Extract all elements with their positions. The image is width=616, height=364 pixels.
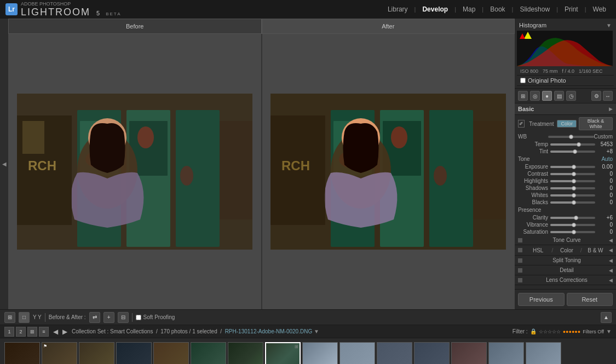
expand-bottom-btn[interactable]: ▲ [601,312,612,323]
filmstrip-item[interactable]: ★★★★★ [526,342,561,365]
left-panel-toggle[interactable]: ◀ [1,161,7,167]
nav-library[interactable]: Library [383,4,412,14]
detail-panel[interactable]: Detail ◀ [515,265,616,275]
shadows-row: Shadows 0 [515,184,616,192]
spot-removal-tool[interactable]: ◎ [530,91,540,101]
basic-section-header[interactable]: Basic ▶ [515,103,616,115]
wb-row: WB Custom [515,132,616,141]
view-btn-1[interactable]: 1 [4,327,14,337]
view-btn-2[interactable]: 2 [16,327,26,337]
exposure-slider[interactable] [550,166,595,168]
filmstrip-item[interactable]: ★★★★★ [488,342,524,365]
soft-proofing-row: Soft Proofing [136,314,175,320]
reset-button[interactable]: Reset [567,293,613,306]
view-btn-grid[interactable]: ⊞ [27,327,37,337]
histogram-section: Histogram ▼ ISO 800 [515,19,616,89]
color-tab[interactable]: Color [553,247,580,253]
shutter-value: 1/160 SEC [579,68,603,74]
bw-tab[interactable]: B & W [582,247,609,253]
tint-slider[interactable] [550,151,595,153]
filmstrip-item[interactable]: ★★★★★ [79,342,114,365]
filmstrip-item[interactable]: ★★★★★ [302,342,338,365]
split-toning-arrow-icon: ◀ [609,258,613,263]
eyedropper-tool[interactable]: ✐ [518,120,525,128]
wb-label: WB [518,134,548,140]
histogram-canvas [517,31,613,66]
after-photo-render: RCH [270,94,506,250]
filmstrip-item[interactable]: ★★★★★ [414,342,450,365]
temp-slider[interactable] [550,143,595,146]
layout-btn[interactable]: ⊟ [118,312,129,323]
previous-button[interactable]: Previous [518,293,565,306]
blacks-value: 0 [597,199,613,205]
vibrance-label: Vibrance [518,222,548,228]
nav-prev-arrow[interactable]: ◀ [53,328,58,336]
temp-row: Temp 5453 [515,141,616,148]
contrast-row: Contrast 0 [515,170,616,177]
filmstrip-item[interactable]: ★★★★★ [377,342,412,365]
red-eye-tool[interactable]: ● [542,91,552,101]
nav-web[interactable]: Web [589,4,611,14]
vibrance-value: 0 [597,222,613,228]
tone-curve-panel[interactable]: Tone Curve ◀ [515,235,616,245]
collection-label: Collection Set : Smart Collections / 170… [72,328,319,334]
split-toning-panel[interactable]: Split Toning ◀ [515,256,616,265]
lens-corrections-panel[interactable]: Lens Corrections ◀ [515,275,616,285]
filmstrip-item-selected[interactable]: ⊞ [265,342,301,365]
whites-slider[interactable] [550,194,595,197]
settings-icon[interactable]: ⚙ [591,91,601,101]
nav-map[interactable]: Map [458,4,480,14]
copy-settings-btn[interactable]: + [103,312,114,323]
loupe-view-btn[interactable]: □ [19,312,30,323]
filmstrip-item[interactable]: ★★★★★ [153,342,189,365]
clarity-slider[interactable] [550,217,595,219]
filmstrip-item[interactable]: ⚑ ★★★★★ [42,342,77,365]
before-label: Before [8,19,262,34]
before-photo: RCH [17,94,252,250]
filmstrip-item[interactable]: ★★★★★ [228,342,263,365]
contrast-label: Contrast [518,171,548,177]
saturation-slider[interactable] [550,231,595,233]
svg-point-23 [434,166,447,186]
shadows-slider[interactable] [550,187,595,189]
expand-icon[interactable]: ↔ [603,91,613,101]
crop-tool[interactable]: ⊞ [518,91,528,101]
svg-point-8 [180,166,193,186]
hsl-tab[interactable]: HSL [525,247,551,253]
nav-slideshow[interactable]: Slideshow [515,4,554,14]
color-treatment-btn[interactable]: Color [557,120,577,128]
adjustment-brush-tool[interactable]: ◷ [566,91,576,101]
filmstrip-item[interactable]: ★★★★★ [116,342,152,365]
lr-logo: Lr [5,3,18,15]
logo-area: Lr ADOBE PHOTOSHOP LIGHTROOM 5 BETA [5,1,121,18]
soft-proofing-checkbox[interactable] [136,315,141,320]
nav-next-arrow[interactable]: ▶ [62,328,67,336]
after-label: After [262,19,515,34]
contrast-slider[interactable] [550,173,595,175]
vibrance-row: Vibrance 0 [515,221,616,228]
whites-row: Whites 0 [515,192,616,199]
nav-develop[interactable]: Develop [418,4,452,14]
view-btn-compare[interactable]: ≡ [39,327,49,337]
auto-action[interactable]: Auto [601,156,613,162]
vibrance-slider[interactable] [550,224,595,226]
filmstrip-item[interactable]: ★★★★★ [191,342,226,365]
grid-view-btn[interactable]: ⊞ [4,312,15,323]
graduated-filter-tool[interactable]: ▤ [554,91,564,101]
filmstrip: 1 2 ⊞ ≡ ◀ ▶ Collection Set : Smart Colle… [0,325,616,364]
nav-book[interactable]: Book [486,4,509,14]
filmstrip-item[interactable]: ★★★★★ [451,342,487,365]
filmstrip-item-first[interactable]: ★★★★★ [4,342,40,365]
bw-treatment-btn[interactable]: Black & White [579,117,613,130]
highlights-slider[interactable] [550,180,595,182]
original-photo-checkbox[interactable] [520,78,526,83]
blacks-slider[interactable] [550,201,595,204]
filmstrip-item[interactable]: ★★★★★ [339,342,375,365]
focal-value: 75 mm [543,68,558,74]
histogram-title: Histogram [519,22,546,28]
histogram-expand-icon[interactable]: ▼ [606,22,612,28]
wb-slider[interactable] [548,136,594,138]
original-photo-row[interactable]: Original Photo [517,76,614,86]
nav-print[interactable]: Print [560,4,583,14]
swap-btn[interactable]: ⇄ [89,312,100,323]
